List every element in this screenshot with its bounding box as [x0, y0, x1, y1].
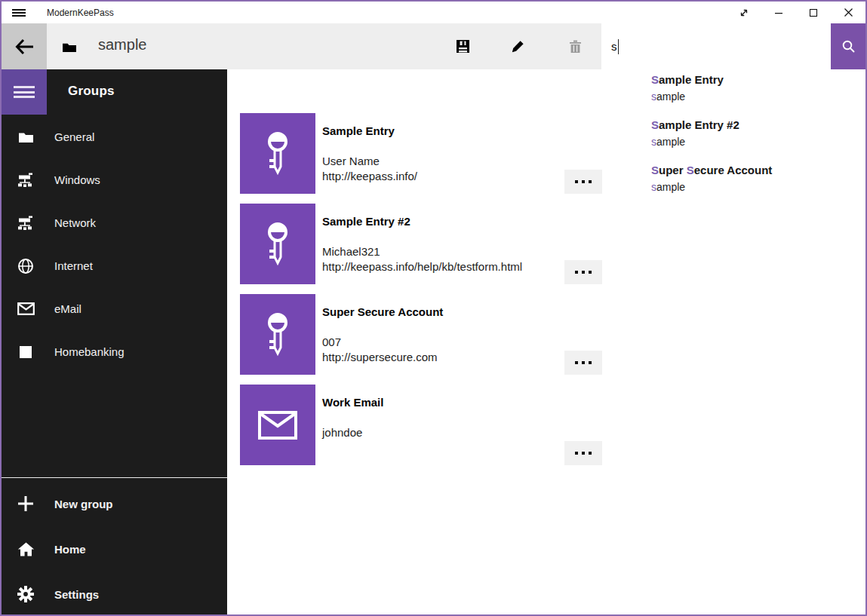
- groups-header: Groups: [68, 84, 115, 99]
- maximize-icon: [809, 8, 818, 17]
- sidebar-item-network[interactable]: Network: [2, 201, 227, 244]
- sidebar-item-internet[interactable]: Internet: [2, 244, 227, 287]
- back-button[interactable]: [2, 23, 47, 69]
- save-button[interactable]: [444, 23, 481, 69]
- database-title: sample: [98, 36, 146, 54]
- globe-icon: [17, 257, 35, 275]
- titlebar-hamburger-button[interactable]: [2, 2, 36, 23]
- minimize-icon: [774, 8, 783, 17]
- sidebar-separator: [2, 477, 227, 478]
- hamburger-icon: [12, 8, 26, 18]
- entry-more-button[interactable]: [564, 441, 602, 465]
- sidebar: Groups General Windows: [2, 69, 227, 614]
- minimize-button[interactable]: [761, 2, 796, 23]
- entry-tile: [240, 113, 315, 194]
- sidebar-item-label: Homebanking: [54, 345, 125, 358]
- sidebar-item-label: eMail: [54, 302, 81, 315]
- app-title: ModernKeePass: [47, 8, 114, 18]
- square-icon: [17, 343, 35, 361]
- entry-url: http://keepass.info/help/kb/testform.htm…: [322, 259, 522, 274]
- search-suggestion-super-secure-account[interactable]: Super Secure Account sample: [651, 163, 862, 195]
- entry-url: http://keepass.info/: [322, 169, 417, 184]
- entry-url: http://supersecure.com: [322, 350, 438, 365]
- delete-trash-icon: [568, 39, 583, 54]
- edit-pencil-icon: [511, 39, 525, 54]
- sidebar-item-windows[interactable]: Windows: [2, 158, 227, 201]
- entry-tile: [240, 204, 315, 284]
- key-icon: [261, 311, 294, 358]
- entry-row-sample-entry[interactable]: Sample Entry User Name http://keepass.in…: [240, 113, 602, 194]
- search-button[interactable]: [831, 23, 865, 69]
- hamburger-icon: [14, 84, 35, 101]
- network-icon: [17, 171, 35, 189]
- entry-username: Michael321: [322, 244, 380, 259]
- title-bar: ModernKeePass: [2, 2, 865, 23]
- suggestion-title: Sample Entry: [651, 72, 862, 87]
- delete-button[interactable]: [557, 23, 593, 69]
- plus-icon: [17, 495, 35, 513]
- close-button[interactable]: [831, 2, 865, 23]
- entry-more-button[interactable]: [564, 351, 602, 375]
- caption-buttons: [727, 2, 865, 23]
- search-input[interactable]: s: [601, 23, 831, 69]
- entry-username: johndoe: [322, 425, 362, 440]
- entry-title: Sample Entry #2: [322, 214, 410, 229]
- gear-icon: [17, 585, 35, 603]
- entry-title: Super Secure Account: [322, 305, 443, 320]
- fullscreen-icon: [738, 7, 750, 19]
- fullscreen-button[interactable]: [727, 2, 761, 23]
- entry-title: Work Email: [322, 395, 383, 410]
- edit-button[interactable]: [500, 23, 536, 69]
- entry-tile: [240, 385, 315, 465]
- settings-button[interactable]: Settings: [2, 571, 227, 616]
- sidebar-hamburger-button[interactable]: [2, 69, 47, 115]
- entry-title: Sample Entry: [322, 124, 395, 139]
- sidebar-item-label: Network: [54, 216, 96, 229]
- entry-row-work-email[interactable]: Work Email johndoe: [240, 385, 602, 465]
- save-icon: [456, 39, 470, 54]
- entry-tile: [240, 294, 315, 375]
- entry-row-super-secure-account[interactable]: Super Secure Account 007 http://supersec…: [240, 294, 602, 375]
- maximize-button[interactable]: [796, 2, 831, 23]
- app-window: ModernKeePass: [0, 0, 867, 616]
- sidebar-action-label: New group: [54, 498, 113, 510]
- new-group-button[interactable]: New group: [2, 480, 227, 527]
- close-icon: [844, 8, 853, 17]
- sidebar-action-label: Home: [54, 543, 86, 556]
- search-suggestion-sample-entry-2[interactable]: Sample Entry #2 sample: [651, 118, 862, 149]
- sidebar-item-label: Windows: [54, 173, 100, 186]
- text-caret: [618, 39, 619, 54]
- sidebar-item-label: General: [54, 130, 94, 143]
- suggestion-subtitle: sample: [651, 134, 862, 149]
- envelope-icon: [17, 300, 35, 318]
- app-bar-background: sample: [2, 23, 601, 69]
- sidebar-item-homebanking[interactable]: Homebanking: [2, 330, 227, 373]
- suggestion-title: Sample Entry #2: [651, 118, 862, 133]
- entry-username: User Name: [322, 154, 380, 169]
- back-arrow-icon: [13, 36, 35, 57]
- search-input-value: s: [611, 40, 617, 53]
- suggestion-subtitle: sample: [651, 179, 862, 195]
- sidebar-item-general[interactable]: General: [2, 115, 227, 158]
- key-icon: [261, 130, 294, 177]
- network-icon: [17, 214, 35, 232]
- search-suggestion-sample-entry[interactable]: Sample Entry sample: [651, 72, 862, 104]
- sidebar-item-email[interactable]: eMail: [2, 287, 227, 330]
- entry-more-button[interactable]: [564, 260, 602, 284]
- folder-icon: [17, 128, 35, 146]
- home-button[interactable]: Home: [2, 526, 227, 572]
- sidebar-action-label: Settings: [54, 588, 99, 601]
- suggestion-title: Super Secure Account: [651, 163, 862, 178]
- database-folder-icon: [62, 41, 77, 53]
- entry-more-button[interactable]: [564, 170, 602, 194]
- suggestion-subtitle: sample: [651, 89, 862, 104]
- key-icon: [261, 221, 294, 268]
- entry-username: 007: [322, 335, 341, 350]
- home-icon: [17, 540, 35, 558]
- entry-row-sample-entry-2[interactable]: Sample Entry #2 Michael321 http://keepas…: [240, 204, 602, 284]
- sidebar-item-label: Internet: [54, 259, 93, 272]
- envelope-icon: [258, 411, 297, 440]
- app-bar: sample: [2, 23, 865, 69]
- magnifier-icon: [841, 39, 856, 54]
